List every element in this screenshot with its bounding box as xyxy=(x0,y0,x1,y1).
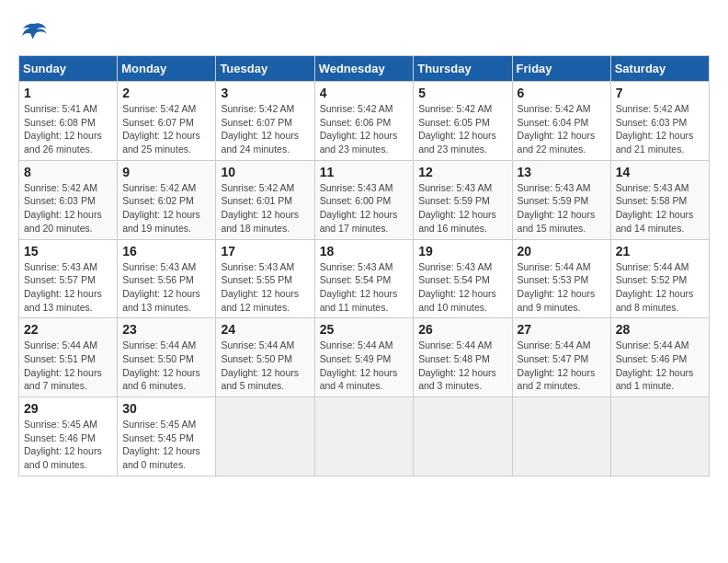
day-detail: Sunrise: 5:44 AM Sunset: 5:51 PM Dayligh… xyxy=(24,339,112,393)
calendar-cell: 29 Sunrise: 5:45 AM Sunset: 5:46 PM Dayl… xyxy=(19,397,118,477)
day-number: 26 xyxy=(418,322,506,337)
day-number: 17 xyxy=(221,244,309,259)
calendar-cell: 16 Sunrise: 5:43 AM Sunset: 5:56 PM Dayl… xyxy=(118,239,216,318)
col-header-saturday: Saturday xyxy=(610,56,709,82)
calendar-cell: 24 Sunrise: 5:44 AM Sunset: 5:50 PM Dayl… xyxy=(216,318,314,397)
day-detail: Sunrise: 5:44 AM Sunset: 5:49 PM Dayligh… xyxy=(320,339,409,393)
calendar-cell: 25 Sunrise: 5:44 AM Sunset: 5:49 PM Dayl… xyxy=(314,318,414,397)
calendar-cell: 7 Sunrise: 5:42 AM Sunset: 6:03 PM Dayli… xyxy=(610,82,709,161)
calendar-cell: 12 Sunrise: 5:43 AM Sunset: 5:59 PM Dayl… xyxy=(414,160,512,239)
day-number: 14 xyxy=(616,165,704,179)
calendar-cell xyxy=(512,397,610,477)
day-detail: Sunrise: 5:42 AM Sunset: 6:01 PM Dayligh… xyxy=(221,181,309,236)
col-header-friday: Friday xyxy=(512,56,610,82)
day-number: 24 xyxy=(221,322,309,337)
day-number: 27 xyxy=(518,322,606,337)
calendar-cell: 23 Sunrise: 5:44 AM Sunset: 5:50 PM Dayl… xyxy=(118,318,216,397)
column-headers: SundayMondayTuesdayWednesdayThursdayFrid… xyxy=(19,56,710,82)
calendar-cell: 21 Sunrise: 5:44 AM Sunset: 5:52 PM Dayl… xyxy=(610,239,709,318)
day-number: 19 xyxy=(418,244,506,259)
calendar-cell xyxy=(314,397,414,477)
calendar-cell xyxy=(216,397,314,477)
calendar-cell: 22 Sunrise: 5:44 AM Sunset: 5:51 PM Dayl… xyxy=(19,318,118,397)
day-number: 30 xyxy=(122,401,210,416)
day-number: 15 xyxy=(24,244,112,259)
calendar-cell: 17 Sunrise: 5:43 AM Sunset: 5:55 PM Dayl… xyxy=(216,239,314,318)
calendar-cell: 28 Sunrise: 5:44 AM Sunset: 5:46 PM Dayl… xyxy=(610,318,709,397)
day-number: 1 xyxy=(24,86,112,100)
day-detail: Sunrise: 5:43 AM Sunset: 6:00 PM Dayligh… xyxy=(320,181,409,236)
day-detail: Sunrise: 5:44 AM Sunset: 5:50 PM Dayligh… xyxy=(122,339,210,393)
week-row-5: 29 Sunrise: 5:45 AM Sunset: 5:46 PM Dayl… xyxy=(19,397,710,477)
day-number: 13 xyxy=(518,165,606,179)
day-detail: Sunrise: 5:44 AM Sunset: 5:52 PM Dayligh… xyxy=(616,260,704,315)
day-detail: Sunrise: 5:44 AM Sunset: 5:48 PM Dayligh… xyxy=(418,339,506,393)
day-detail: Sunrise: 5:42 AM Sunset: 6:04 PM Dayligh… xyxy=(518,102,606,156)
calendar-cell: 11 Sunrise: 5:43 AM Sunset: 6:00 PM Dayl… xyxy=(314,160,414,239)
calendar-cell xyxy=(610,397,709,477)
day-number: 6 xyxy=(518,86,606,100)
col-header-wednesday: Wednesday xyxy=(314,56,414,82)
calendar-cell: 1 Sunrise: 5:41 AM Sunset: 6:08 PM Dayli… xyxy=(19,82,118,161)
week-row-4: 22 Sunrise: 5:44 AM Sunset: 5:51 PM Dayl… xyxy=(19,318,710,397)
day-number: 7 xyxy=(616,86,704,100)
day-detail: Sunrise: 5:42 AM Sunset: 6:06 PM Dayligh… xyxy=(320,102,409,156)
day-number: 12 xyxy=(418,165,506,179)
day-detail: Sunrise: 5:43 AM Sunset: 5:55 PM Dayligh… xyxy=(221,260,309,315)
day-number: 23 xyxy=(122,322,210,337)
col-header-sunday: Sunday xyxy=(19,56,118,82)
day-number: 18 xyxy=(320,244,409,259)
day-number: 10 xyxy=(221,165,309,179)
col-header-monday: Monday xyxy=(118,56,216,82)
day-number: 22 xyxy=(24,322,112,337)
day-detail: Sunrise: 5:44 AM Sunset: 5:53 PM Dayligh… xyxy=(518,260,606,315)
day-number: 4 xyxy=(320,86,409,100)
calendar-cell: 19 Sunrise: 5:43 AM Sunset: 5:54 PM Dayl… xyxy=(414,239,512,318)
calendar-cell: 3 Sunrise: 5:42 AM Sunset: 6:07 PM Dayli… xyxy=(216,82,314,161)
day-detail: Sunrise: 5:43 AM Sunset: 5:58 PM Dayligh… xyxy=(616,181,704,236)
logo-bird-icon xyxy=(20,18,48,46)
col-header-tuesday: Tuesday xyxy=(216,56,314,82)
week-row-3: 15 Sunrise: 5:43 AM Sunset: 5:57 PM Dayl… xyxy=(19,239,710,318)
day-detail: Sunrise: 5:45 AM Sunset: 5:45 PM Dayligh… xyxy=(122,418,210,472)
day-detail: Sunrise: 5:41 AM Sunset: 6:08 PM Dayligh… xyxy=(24,102,112,156)
day-detail: Sunrise: 5:43 AM Sunset: 5:56 PM Dayligh… xyxy=(122,260,210,315)
week-row-1: 1 Sunrise: 5:41 AM Sunset: 6:08 PM Dayli… xyxy=(19,82,710,161)
day-number: 8 xyxy=(24,165,112,179)
day-number: 28 xyxy=(616,322,704,337)
calendar-cell xyxy=(414,397,512,477)
day-detail: Sunrise: 5:42 AM Sunset: 6:03 PM Dayligh… xyxy=(24,181,112,236)
col-header-thursday: Thursday xyxy=(414,56,512,82)
page-header xyxy=(18,18,710,46)
calendar-table: SundayMondayTuesdayWednesdayThursdayFrid… xyxy=(18,55,710,477)
calendar-cell: 4 Sunrise: 5:42 AM Sunset: 6:06 PM Dayli… xyxy=(314,82,414,161)
calendar-cell: 30 Sunrise: 5:45 AM Sunset: 5:45 PM Dayl… xyxy=(118,397,216,477)
day-number: 16 xyxy=(122,244,210,259)
day-detail: Sunrise: 5:43 AM Sunset: 5:57 PM Dayligh… xyxy=(24,260,112,315)
day-detail: Sunrise: 5:42 AM Sunset: 6:03 PM Dayligh… xyxy=(616,102,704,156)
calendar-cell: 15 Sunrise: 5:43 AM Sunset: 5:57 PM Dayl… xyxy=(19,239,118,318)
day-detail: Sunrise: 5:43 AM Sunset: 5:54 PM Dayligh… xyxy=(320,260,409,315)
day-detail: Sunrise: 5:43 AM Sunset: 5:54 PM Dayligh… xyxy=(418,260,506,315)
day-number: 29 xyxy=(24,401,112,416)
day-number: 2 xyxy=(122,86,210,100)
day-detail: Sunrise: 5:42 AM Sunset: 6:07 PM Dayligh… xyxy=(221,102,309,156)
calendar-cell: 2 Sunrise: 5:42 AM Sunset: 6:07 PM Dayli… xyxy=(118,82,216,161)
day-detail: Sunrise: 5:43 AM Sunset: 5:59 PM Dayligh… xyxy=(418,181,506,236)
calendar-cell: 14 Sunrise: 5:43 AM Sunset: 5:58 PM Dayl… xyxy=(610,160,709,239)
calendar-cell: 18 Sunrise: 5:43 AM Sunset: 5:54 PM Dayl… xyxy=(314,239,414,318)
calendar-cell: 5 Sunrise: 5:42 AM Sunset: 6:05 PM Dayli… xyxy=(414,82,512,161)
day-detail: Sunrise: 5:43 AM Sunset: 5:59 PM Dayligh… xyxy=(518,181,606,236)
day-detail: Sunrise: 5:44 AM Sunset: 5:47 PM Dayligh… xyxy=(518,339,606,393)
day-number: 5 xyxy=(418,86,506,100)
calendar-cell: 9 Sunrise: 5:42 AM Sunset: 6:02 PM Dayli… xyxy=(118,160,216,239)
day-number: 3 xyxy=(221,86,309,100)
day-detail: Sunrise: 5:42 AM Sunset: 6:07 PM Dayligh… xyxy=(122,102,210,156)
calendar-cell: 27 Sunrise: 5:44 AM Sunset: 5:47 PM Dayl… xyxy=(512,318,610,397)
calendar-cell: 10 Sunrise: 5:42 AM Sunset: 6:01 PM Dayl… xyxy=(216,160,314,239)
week-row-2: 8 Sunrise: 5:42 AM Sunset: 6:03 PM Dayli… xyxy=(19,160,710,239)
day-number: 25 xyxy=(320,322,409,337)
day-number: 9 xyxy=(122,165,210,179)
calendar-cell: 8 Sunrise: 5:42 AM Sunset: 6:03 PM Dayli… xyxy=(19,160,118,239)
calendar-cell: 13 Sunrise: 5:43 AM Sunset: 5:59 PM Dayl… xyxy=(512,160,610,239)
